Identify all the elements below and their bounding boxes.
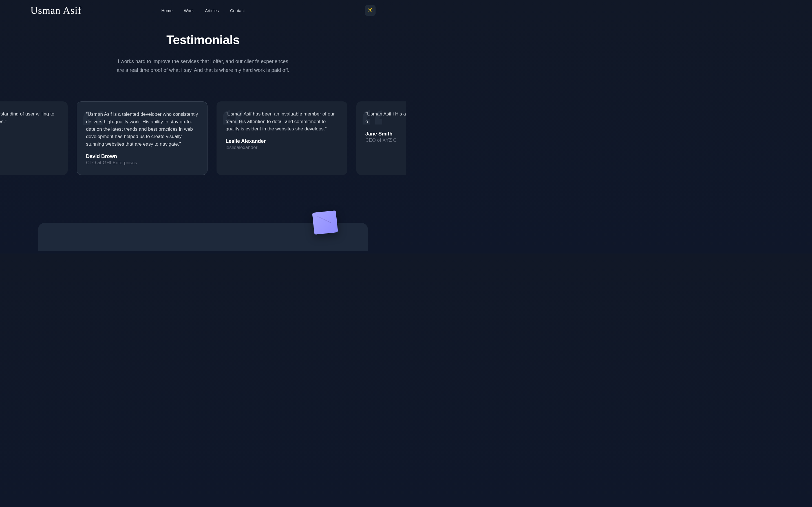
nav-work[interactable]: Work bbox=[184, 8, 194, 13]
testimonial-text: developer with an eye for erstanding of … bbox=[0, 110, 59, 125]
theme-toggle-button[interactable] bbox=[365, 5, 375, 16]
testimonial-author: David Brown CTO at GHI Enterprises bbox=[86, 154, 198, 166]
testimonials-carousel[interactable]: developer with an eye for erstanding of … bbox=[0, 101, 338, 175]
cta-section bbox=[0, 223, 406, 251]
testimonial-author: orporation bbox=[0, 131, 59, 136]
testimonials-title: Testimonials bbox=[0, 33, 406, 47]
testimonial-text: "Usman Asif i His attention t high-quali… bbox=[365, 110, 406, 125]
author-title: orporation bbox=[0, 131, 59, 136]
testimonial-text: "Usman Asif has been an invaluable membe… bbox=[225, 110, 338, 133]
sun-icon bbox=[368, 7, 373, 13]
author-title: CEO of XYZ C bbox=[365, 137, 406, 143]
testimonials-description: I works hard to improve the services tha… bbox=[116, 57, 290, 74]
svg-point-0 bbox=[369, 9, 371, 11]
nav-articles[interactable]: Articles bbox=[205, 8, 219, 13]
cta-box bbox=[38, 223, 368, 251]
testimonial-card: developer with an eye for erstanding of … bbox=[0, 101, 68, 175]
author-name: David Brown bbox=[86, 154, 198, 159]
testimonial-text: "Usman Asif is a talented developer who … bbox=[86, 111, 198, 148]
testimonial-card: "Usman Asif is a talented developer who … bbox=[77, 101, 207, 175]
nav-home[interactable]: Home bbox=[161, 8, 172, 13]
main-nav: Home Work Articles Contact bbox=[161, 8, 245, 13]
testimonial-author: Jane Smith CEO of XYZ C bbox=[365, 131, 406, 143]
main-content: Testimonials I works hard to improve the… bbox=[0, 21, 406, 251]
testimonial-card: "Usman Asif i His attention t high-quali… bbox=[356, 101, 406, 175]
site-logo[interactable]: Usman Asif bbox=[31, 4, 82, 16]
author-title: lesliealexander bbox=[225, 145, 338, 151]
nav-contact[interactable]: Contact bbox=[230, 8, 245, 13]
envelope-icon bbox=[312, 210, 338, 235]
testimonial-card: "Usman Asif has been an invaluable membe… bbox=[216, 101, 347, 175]
author-title: CTO at GHI Enterprises bbox=[86, 160, 198, 166]
author-name: Leslie Alexander bbox=[225, 138, 338, 144]
testimonial-author: Leslie Alexander lesliealexander bbox=[225, 138, 338, 151]
author-name: Jane Smith bbox=[365, 131, 406, 137]
site-header: Usman Asif Home Work Articles Contact bbox=[0, 0, 406, 21]
